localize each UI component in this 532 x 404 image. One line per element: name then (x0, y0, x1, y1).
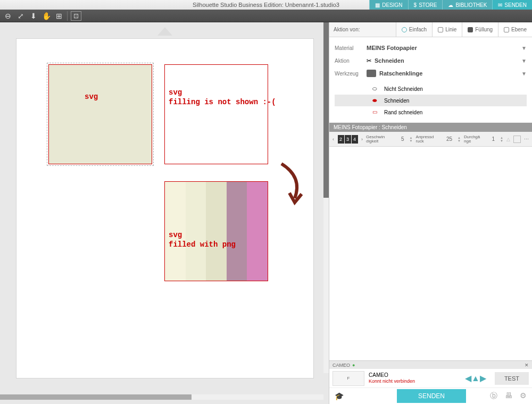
opt-no-cut[interactable]: ⬭Nicht Schneiden (335, 83, 527, 95)
overcut-icon[interactable]: △ (506, 137, 510, 142)
gear-icon[interactable]: ⚙ (520, 391, 527, 401)
svg-shape-2[interactable] (164, 64, 268, 164)
download-icon[interactable]: ⬇ (29, 11, 38, 21)
material-label: Material (335, 45, 367, 51)
square-icon (438, 27, 443, 32)
linetype-icon[interactable] (513, 136, 521, 143)
subtab-fill[interactable]: Füllung (462, 22, 498, 37)
action-by-label: Aktion von: (334, 27, 360, 32)
fill-icon (468, 27, 473, 32)
vertical-scrollbar[interactable] (323, 22, 329, 373)
ratchet-icon (367, 70, 376, 77)
arrow-icon (276, 161, 308, 209)
annotation-1: svg (85, 92, 98, 102)
circle-icon (402, 27, 407, 32)
canvas-area[interactable]: svg svg filling is not shown :-( svg fil… (0, 22, 329, 404)
horizontal-scrollbar[interactable] (0, 394, 323, 400)
passes-label: Durchgä nge (464, 135, 486, 144)
force-stepper[interactable]: ▲▼ (458, 136, 461, 142)
connection-error: Konnt nicht verbinden (369, 378, 415, 384)
bluetooth-icon[interactable]: ⓑ (490, 391, 497, 401)
send-icon: ✉ (498, 2, 502, 8)
preview-icon[interactable]: ⊡ (71, 11, 81, 21)
thickness-plus[interactable]: › (361, 137, 363, 142)
grid-icon: ▦ (375, 2, 380, 8)
annotation-2: svg filling is not shown :-( (169, 88, 276, 107)
speed-value[interactable]: 5 (399, 136, 406, 142)
cart-icon: $ (414, 2, 417, 8)
speed-stepper[interactable]: ▲▼ (410, 136, 413, 142)
cut-icon: ⬬ (372, 97, 381, 104)
graduation-icon[interactable]: 🎓 (335, 392, 344, 400)
cut-params: ‹ 234 › Geschwin digkeit 5 ▲▼ Anpressd r… (329, 132, 532, 147)
zoom-fit-icon[interactable]: ⤢ (16, 11, 26, 21)
action-dropdown[interactable]: ✂Schneiden (367, 57, 521, 64)
preset-label: MEINS Fotopapier : Schneiden (329, 123, 532, 132)
more-icon[interactable]: ⋯ (524, 137, 529, 142)
subtab-simple[interactable]: Einfach (396, 22, 432, 37)
thickness-selector[interactable]: 234 (337, 135, 358, 144)
chevron-down-icon[interactable]: ▼ (521, 58, 527, 64)
force-value[interactable]: 25 (444, 136, 454, 142)
toolbar: ⊖ ⤢ ⬇ ✋ ⊞ ⊡ (0, 10, 532, 22)
nocut-icon: ⬭ (372, 86, 381, 92)
passes-stepper[interactable]: ▲▼ (500, 136, 503, 142)
device-name: CAMEO (332, 363, 350, 368)
opt-cut-edge[interactable]: ▭Rand schneiden (335, 106, 527, 118)
annotation-3: svg filled with png (169, 230, 236, 249)
add-icon[interactable]: ⊞ (54, 11, 64, 21)
layer-icon (504, 27, 509, 32)
device-preview: F (332, 371, 364, 386)
separator (67, 11, 68, 21)
main-tabs: ▦DESIGN $STORE ☁BIBLIOTHEK ✉SENDEN (369, 0, 532, 10)
action-label: Aktion (335, 58, 367, 64)
chevron-down-icon[interactable]: ▼ (521, 45, 527, 51)
close-icon[interactable]: ✕ (525, 363, 529, 368)
material-dropdown[interactable]: MEINS Fotopapier (367, 45, 521, 51)
pan-icon[interactable]: ✋ (41, 11, 51, 21)
tab-send[interactable]: ✉SENDEN (492, 0, 532, 10)
jog-controls[interactable]: ◀▲▶ (465, 373, 486, 383)
send-button[interactable]: SENDEN (397, 389, 466, 403)
test-button[interactable]: TEST (495, 372, 529, 385)
speed-label: Geschwin digkeit (366, 135, 396, 144)
tool-label: Werkzeug (335, 71, 367, 77)
force-label: Anpressd ruck (416, 135, 441, 144)
subtab-layer[interactable]: Ebene (498, 22, 532, 37)
cutting-mat: svg svg filling is not shown :-( svg fil… (16, 38, 314, 378)
opt-cut[interactable]: ⬬Schneiden (335, 95, 527, 106)
device-info: CAMEO Konnt nicht verbinden (369, 372, 415, 384)
tab-store[interactable]: $STORE (408, 0, 443, 10)
tool-dropdown[interactable]: Ratschenklinge (367, 70, 521, 77)
thickness-minus[interactable]: ‹ (332, 137, 334, 142)
zoom-out-icon[interactable]: ⊖ (3, 11, 13, 21)
status-ok-icon: ● (352, 363, 355, 368)
edge-icon: ▭ (372, 109, 381, 115)
chevron-down-icon[interactable]: ▼ (521, 71, 527, 77)
tab-design[interactable]: ▦DESIGN (369, 0, 408, 10)
blade-icon: ✂ (367, 57, 371, 64)
send-panel: Aktion von: Einfach Linie Füllung Ebene … (329, 22, 532, 404)
passes-value[interactable]: 1 (489, 136, 497, 142)
svg-shape-1[interactable] (48, 64, 152, 164)
tab-library[interactable]: ☁BIBLIOTHEK (442, 0, 492, 10)
printer-icon[interactable]: 🖶 (505, 391, 512, 401)
cloud-icon: ☁ (448, 2, 453, 8)
subtab-line[interactable]: Linie (432, 22, 462, 37)
